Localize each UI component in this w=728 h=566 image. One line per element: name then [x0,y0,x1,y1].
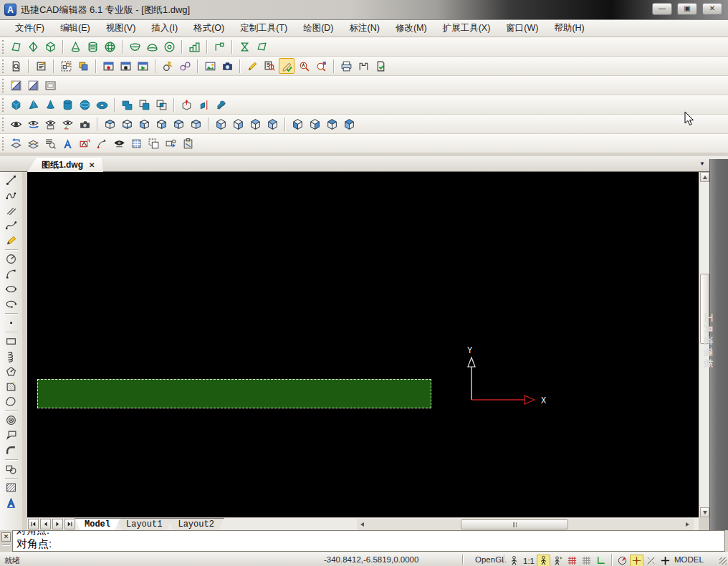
iso2-se-icon[interactable] [307,116,322,132]
wipeout-icon[interactable] [3,461,19,476]
menu-item-3[interactable]: 视图(V) [100,20,143,37]
minimize-button[interactable]: — [652,3,672,15]
solid-torus-icon[interactable] [94,97,110,112]
region-icon[interactable] [3,394,19,409]
bool-intersect-icon[interactable] [153,97,169,112]
surface-sphere-icon[interactable] [102,39,118,54]
status-scale[interactable]: 1:1 [522,557,536,565]
toolbar-grip[interactable] [2,59,5,73]
surface-mesh-icon[interactable] [186,39,202,54]
drawing-canvas[interactable]: Y X [27,172,699,517]
bool-subtract-icon[interactable] [136,97,152,112]
ortho-icon[interactable] [594,555,608,566]
lineweight-icon[interactable] [658,555,672,566]
solid-cylinder-icon[interactable] [59,97,75,112]
copy-to-layer-icon[interactable] [145,135,161,151]
link-objects-icon[interactable] [177,58,193,74]
layer-manager-icon[interactable] [25,135,41,151]
toolbar-grip[interactable] [2,79,5,92]
toolbar-grip[interactable] [2,117,5,131]
find-text-icon[interactable] [296,58,312,74]
leader-icon[interactable] [3,428,19,443]
nav-prev-icon[interactable] [40,519,51,529]
horizontal-scrollbar-thumb[interactable] [461,519,568,529]
view-ucs-icon[interactable] [59,116,75,132]
bool-union-icon[interactable] [119,97,135,112]
iso2-sw-icon[interactable] [289,116,305,132]
surface-cylinder-icon[interactable] [85,39,100,54]
scroll-left-icon[interactable] [357,519,367,529]
image-insert-icon[interactable] [202,58,218,74]
restore-button[interactable]: ▣ [677,3,697,15]
nav-next-icon[interactable] [52,519,63,529]
nav-walk-icon[interactable] [507,555,521,566]
solid-box-icon[interactable] [8,97,24,112]
ellipse-icon[interactable] [3,282,19,297]
menu-item-10[interactable]: 扩展工具(X) [436,20,497,37]
boundary-icon[interactable] [3,379,19,394]
solid-sweep-icon[interactable] [213,97,229,112]
polar-tracking-icon[interactable] [616,555,629,566]
view-camera-icon[interactable] [77,116,92,132]
toolbar-grip[interactable] [2,40,5,54]
view-bottom-icon[interactable] [119,116,135,132]
arc-icon[interactable] [3,267,19,282]
rectangle-icon[interactable] [3,334,19,349]
surface-box-icon[interactable] [42,39,58,54]
match-check-icon[interactable] [279,58,294,74]
rotate-text-icon[interactable] [94,135,110,151]
nav-walk2-icon[interactable] [537,555,550,566]
view-top-icon[interactable] [102,116,118,132]
plot-settings-icon[interactable] [338,58,354,74]
iso2-ne-icon[interactable] [324,116,340,132]
menu-item-2[interactable]: 编辑(E) [54,20,97,37]
quick-select-icon[interactable] [160,58,176,74]
point-icon[interactable] [3,315,19,330]
scale-text-icon[interactable] [77,135,92,151]
view-window-icon[interactable] [42,116,58,132]
command-grip[interactable] [2,545,10,546]
solid-cone-icon[interactable] [42,97,58,112]
view-orbit-icon[interactable] [25,116,41,132]
copy-nested-icon[interactable] [75,58,91,74]
menu-item-6[interactable]: 定制工具(T) [234,20,294,37]
surface-cone-icon[interactable] [67,39,83,54]
layout-tab-3[interactable]: Layout2 [168,518,224,530]
fillet-icon[interactable] [3,443,19,458]
save-block-icon[interactable] [313,58,329,74]
viewport-single-icon[interactable] [42,77,58,93]
solid-revolve-icon[interactable] [196,97,211,112]
menu-item-1[interactable]: 文件(F) [9,20,51,37]
layout-wizard-icon[interactable] [8,77,24,93]
view-right-icon[interactable] [153,116,169,132]
surface-quad-icon[interactable] [8,39,24,54]
otrack-icon[interactable] [644,555,658,566]
menu-item-4[interactable]: 插入(I) [145,20,184,37]
options-icon[interactable] [33,58,49,74]
snap-grid-icon[interactable] [565,555,579,566]
toolbar-grip[interactable] [2,98,5,112]
menu-item-7[interactable]: 绘图(D) [297,20,340,37]
menu-item-9[interactable]: 修改(M) [389,20,434,37]
polyline-icon[interactable] [3,188,19,203]
command-close-icon[interactable]: ✕ [1,532,11,542]
layout-tab-2[interactable]: Layout1 [116,518,172,530]
nav-first-icon[interactable] [28,519,39,529]
surface-bowl-icon[interactable] [127,39,143,54]
tab-list-dropdown-icon[interactable]: ▼ [699,160,705,167]
view-front-icon[interactable] [171,116,186,132]
close-button[interactable]: ✕ [702,3,722,15]
verify-doc-icon[interactable] [373,58,388,74]
text-style-icon[interactable] [59,135,75,151]
text-icon[interactable] [3,495,19,510]
layer-list-icon[interactable] [42,135,58,151]
nav-fly-icon[interactable] [551,555,565,566]
scroll-down-icon[interactable] [700,507,709,517]
iso2-nw-icon[interactable] [341,116,357,132]
iso-se-icon[interactable] [230,116,246,132]
surface-edge-icon[interactable] [211,39,227,54]
find-replace-icon[interactable] [262,58,277,74]
paste-layer-icon[interactable] [180,135,196,151]
screenshot-icon[interactable] [219,58,235,74]
osnap-icon[interactable] [630,555,643,566]
